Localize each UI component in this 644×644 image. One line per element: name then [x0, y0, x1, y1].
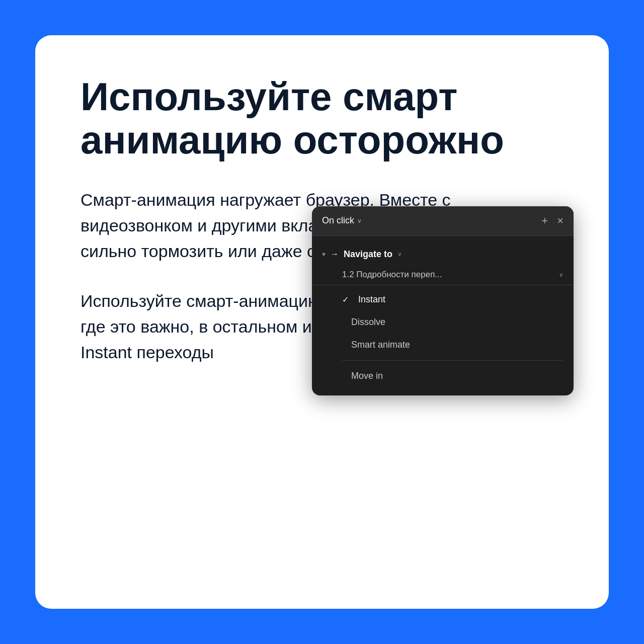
navigate-chevron-icon: ∨ [397, 251, 402, 258]
navigate-arrow-icon: → [331, 250, 339, 259]
trigger-chevron-icon: ∨ [357, 217, 362, 224]
trigger-label: On click [322, 215, 354, 226]
panel-header: On click ∨ + × [312, 206, 574, 236]
navigate-label[interactable]: Navigate to [344, 249, 392, 260]
smart-animate-label: Smart animate [351, 340, 410, 350]
trigger-row[interactable]: On click ∨ [322, 215, 362, 226]
close-icon[interactable]: × [557, 214, 564, 227]
bottom-section: Используйте смарт-анимацию только там, г… [80, 288, 564, 365]
main-card: Используйте смарт анимацию осторожно Сма… [35, 35, 609, 609]
move-in-label: Move in [351, 371, 383, 381]
add-icon[interactable]: + [541, 214, 548, 227]
divider [342, 360, 564, 361]
instant-label: Instant [358, 294, 385, 305]
move-in-option[interactable]: Move in [312, 365, 574, 387]
main-title: Используйте смарт анимацию осторожно [80, 75, 564, 162]
panel-body: ▾ → Navigate to ∨ 1.2 Подробности переп.… [312, 236, 574, 395]
navigate-row: ▾ → Navigate to ∨ [312, 244, 574, 265]
panel-header-actions: + × [541, 214, 564, 227]
dissolve-label: Dissolve [351, 317, 385, 328]
figma-panel: On click ∨ + × ▾ → Navigate to ∨ 1.2 Под… [312, 206, 574, 395]
animation-option-dissolve[interactable]: Dissolve [312, 311, 574, 334]
destination-text: 1.2 Подробности переп... [342, 270, 442, 280]
animation-option-smart-animate[interactable]: Smart animate [312, 334, 574, 356]
collapse-arrow-icon: ▾ [322, 250, 326, 258]
destination-chevron-icon: ∨ [559, 271, 564, 278]
paragraph-2-line3: Instant переходы [80, 343, 214, 362]
check-mark-icon: ✓ [342, 295, 351, 304]
destination-row[interactable]: 1.2 Подробности переп... ∨ [312, 265, 574, 285]
animation-option-instant[interactable]: ✓ Instant [312, 288, 574, 311]
